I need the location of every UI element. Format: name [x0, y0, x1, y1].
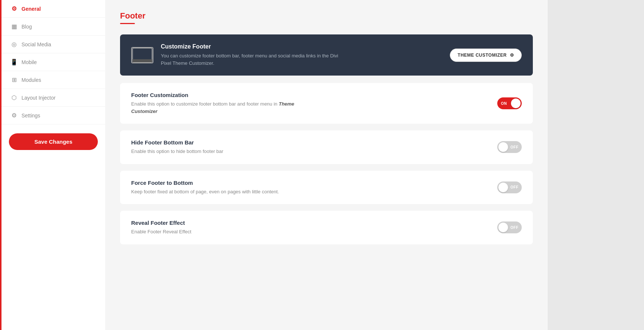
right-panel: [548, 0, 644, 330]
setting-desc-reveal-footer-effect: Enable Footer Reveal Effect: [131, 228, 191, 236]
footer-banner: Customize Footer You can customize foote…: [120, 34, 533, 76]
toggle-thumb-2: [498, 142, 508, 152]
toggle-label-on: ON: [501, 101, 507, 106]
modules-icon: ⊞: [10, 76, 18, 83]
sidebar-item-blog[interactable]: ▦ Blog: [1, 18, 105, 36]
theme-customizer-label: THEME CUSTOMIZER: [458, 53, 507, 58]
svg-rect-1: [133, 59, 152, 62]
setting-label-force-footer-to-bottom: Force Footer to Bottom: [131, 180, 279, 186]
footer-illustration-icon: [131, 47, 153, 63]
toggle-footer-customization[interactable]: ON: [497, 97, 522, 109]
toggle-thumb: [511, 99, 521, 108]
sidebar-label-social-media: Social Media: [21, 41, 51, 47]
setting-reveal-footer-effect: Reveal Footer Effect Enable Footer Revea…: [120, 211, 533, 244]
sidebar-item-social-media[interactable]: ◎ Social Media: [1, 36, 105, 53]
setting-label-reveal-footer-effect: Reveal Footer Effect: [131, 220, 191, 226]
social-media-icon: ◎: [10, 41, 18, 48]
setting-desc-footer-customization: Enable this option to customize footer b…: [131, 100, 316, 115]
page-title: Footer: [120, 11, 533, 21]
sidebar-item-general[interactable]: ⚙ General: [1, 0, 105, 18]
setting-desc-force-footer-to-bottom: Keep footer fixed at bottom of page, eve…: [131, 188, 279, 196]
sidebar-item-layout-injector[interactable]: ⬡ Layout Injector: [1, 89, 105, 107]
theme-customizer-button[interactable]: THEME CUSTOMIZER ⚙: [450, 49, 522, 62]
sidebar-item-mobile[interactable]: 📱 Mobile: [1, 53, 105, 71]
setting-hide-footer-bottom-bar: Hide Footer Bottom Bar Enable this optio…: [120, 130, 533, 164]
toggle-label-off-3: OFF: [511, 226, 519, 230]
setting-force-footer-to-bottom: Force Footer to Bottom Keep footer fixed…: [120, 171, 533, 204]
toggle-force-footer-to-bottom[interactable]: OFF: [497, 181, 522, 193]
toggle-reveal-footer-effect[interactable]: OFF: [497, 221, 522, 233]
mobile-icon: 📱: [10, 59, 18, 66]
toggle-label-off-2: OFF: [511, 185, 519, 189]
setting-footer-customization: Footer Customization Enable this option …: [120, 83, 533, 124]
settings-icon: ⚙: [10, 112, 18, 119]
banner-description: You can customize footer bottom bar, foo…: [161, 52, 339, 67]
setting-text-reveal-footer-effect: Reveal Footer Effect Enable Footer Revea…: [131, 220, 191, 236]
toggle-thumb-4: [498, 223, 508, 232]
save-changes-button[interactable]: Save Changes: [9, 133, 98, 150]
toggle-switch-footer-customization[interactable]: ON: [497, 97, 522, 109]
sidebar-label-general: General: [21, 6, 41, 12]
sidebar-label-modules: Modules: [21, 77, 41, 83]
sidebar-item-settings[interactable]: ⚙ Settings: [1, 107, 105, 124]
toggle-thumb-3: [498, 183, 508, 192]
banner-text: Customize Footer You can customize foote…: [161, 43, 339, 67]
banner-title: Customize Footer: [161, 43, 339, 50]
layout-injector-icon: ⬡: [10, 94, 18, 101]
setting-desc-hide-footer-bottom-bar: Enable this option to hide bottom footer…: [131, 148, 223, 155]
toggle-hide-footer-bottom-bar[interactable]: OFF: [497, 141, 522, 153]
sidebar-label-mobile: Mobile: [21, 59, 37, 65]
toggle-switch-hide-footer-bottom-bar[interactable]: OFF: [497, 141, 522, 153]
setting-text-hide-footer-bottom-bar: Hide Footer Bottom Bar Enable this optio…: [131, 139, 223, 155]
setting-text-force-footer-to-bottom: Force Footer to Bottom Keep footer fixed…: [131, 180, 279, 196]
setting-label-footer-customization: Footer Customization: [131, 92, 316, 98]
setting-text-footer-customization: Footer Customization Enable this option …: [131, 92, 316, 115]
theme-customizer-gear-icon: ⚙: [510, 53, 514, 58]
sidebar-label-layout-injector: Layout Injector: [21, 95, 56, 101]
toggle-switch-reveal-footer-effect[interactable]: OFF: [497, 221, 522, 233]
sidebar-label-settings: Settings: [21, 113, 40, 119]
sidebar: ⚙ General ▦ Blog ◎ Social Media 📱 Mobile…: [1, 0, 105, 330]
sidebar-label-blog: Blog: [21, 24, 32, 30]
blog-icon: ▦: [10, 23, 18, 30]
sidebar-item-modules[interactable]: ⊞ Modules: [1, 71, 105, 89]
main-content: Footer Customize Footer You can customiz…: [105, 0, 548, 330]
general-icon: ⚙: [10, 5, 18, 12]
title-underline: [120, 23, 135, 24]
toggle-label-off-1: OFF: [511, 145, 519, 149]
toggle-switch-force-footer-to-bottom[interactable]: OFF: [497, 181, 522, 193]
banner-left: Customize Footer You can customize foote…: [131, 43, 339, 67]
setting-label-hide-footer-bottom-bar: Hide Footer Bottom Bar: [131, 139, 223, 146]
